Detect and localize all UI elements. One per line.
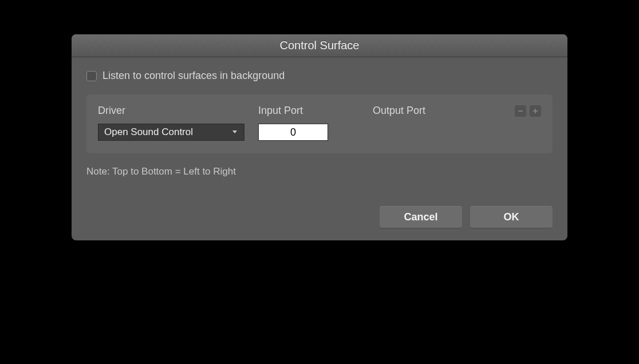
driver-header: Driver [98,105,125,116]
add-row-button[interactable] [530,105,541,117]
input-port-header: Input Port [258,105,303,116]
output-port-header: Output Port [373,105,425,116]
control-surface-dialog: Control Surface Listen to control surfac… [72,34,567,240]
plus-icon [532,108,539,114]
dialog-footer: Cancel OK [86,206,553,228]
svg-marker-3 [232,130,237,133]
ordering-note: Note: Top to Bottom = Left to Right [86,166,553,177]
ok-button[interactable]: OK [470,206,553,228]
background-listen-checkbox[interactable] [86,71,97,81]
svg-rect-0 [518,110,523,112]
background-listen-label: Listen to control surfaces in background [102,70,285,82]
panel-header: Driver Input Port Output Port [98,105,541,117]
dialog-title: Control Surface [280,39,360,52]
minus-icon [517,108,524,114]
driver-select-value: Open Sound Control [104,126,193,138]
driver-select[interactable]: Open Sound Control [98,124,244,141]
input-port-field[interactable] [258,124,328,141]
background-listen-row: Listen to control surfaces in background [86,70,553,82]
chevron-down-icon [231,127,238,137]
svg-rect-2 [535,109,536,113]
titlebar: Control Surface [72,34,567,57]
dialog-content: Listen to control surfaces in background… [72,57,567,240]
surfaces-panel: Driver Input Port Output Port [86,94,553,153]
surface-row: Open Sound Control [98,124,541,141]
row-action-buttons [515,105,541,117]
remove-row-button[interactable] [515,105,526,117]
cancel-button[interactable]: Cancel [380,206,462,228]
